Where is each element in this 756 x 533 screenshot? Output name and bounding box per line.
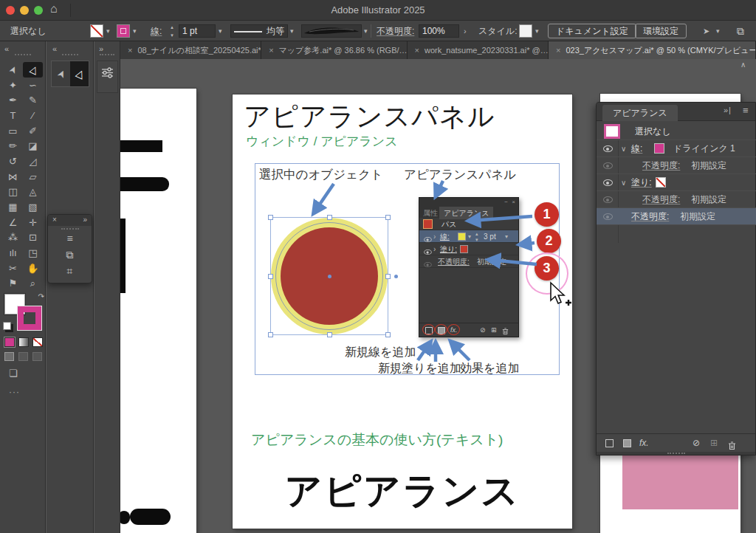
column-graph-tool[interactable]: ılı	[3, 245, 23, 261]
close-tab-icon[interactable]: ×	[415, 46, 419, 55]
collapse-dock-icon[interactable]: «	[4, 44, 9, 53]
artboard-left[interactable]	[120, 89, 196, 533]
selection-handle[interactable]	[385, 274, 391, 279]
mesh-tool[interactable]: ▦	[3, 199, 23, 215]
stroke-proxy[interactable]	[18, 306, 41, 330]
selection-handle[interactable]	[268, 274, 273, 279]
selection-handle[interactable]	[327, 332, 332, 337]
stroke-label[interactable]: 線:	[631, 140, 642, 157]
add-effect-fx-icon[interactable]: fx.	[639, 434, 649, 453]
slice-tool[interactable]: ✂	[3, 261, 23, 276]
document-tab[interactable]: ×work_natsume_20230331.ai* @…	[408, 41, 549, 59]
opacity-label[interactable]: 不透明度:	[642, 157, 680, 174]
expand-chevron-icon[interactable]: ∨	[621, 174, 626, 191]
close-tab-icon[interactable]: ×	[128, 46, 132, 55]
drag-handle[interactable]	[15, 54, 31, 55]
line-segment-tool[interactable]: ∕	[23, 108, 43, 123]
eyedropper-tool[interactable]: ✛	[23, 215, 43, 230]
type-tool[interactable]: T	[3, 108, 23, 123]
row-object-opacity[interactable]: 不透明度: 初期設定	[597, 208, 756, 225]
close-tab-icon[interactable]: ×	[269, 46, 273, 55]
row-stroke[interactable]: ∨ 線: ドライインク 1	[597, 140, 756, 157]
hand-tool[interactable]: ✋	[23, 261, 43, 276]
shape-builder-tool[interactable]: ◫	[3, 185, 23, 200]
swap-fill-stroke-icon[interactable]: ↷	[38, 292, 44, 300]
document-tab[interactable]: ×08_ナイルの相談室_20250425.ai*	[120, 41, 261, 59]
sliders-panel-icon[interactable]	[97, 61, 118, 93]
artboard-tool[interactable]: ◳	[23, 245, 43, 261]
duplicate-item-icon[interactable]: ⊞	[710, 434, 718, 453]
close-panel-icon[interactable]: ×	[52, 216, 57, 224]
gradient-tool[interactable]: ▧	[23, 199, 43, 215]
fill-label[interactable]: 塗り:	[631, 174, 652, 191]
panel-menu-icon[interactable]: ≡	[743, 105, 749, 116]
fill-color-swatch[interactable]	[656, 177, 666, 188]
pathfinder-panel-icon[interactable]: ⧉	[66, 249, 74, 261]
default-fill-stroke-icon[interactable]	[3, 322, 11, 330]
stroke-swatch[interactable]	[117, 24, 130, 38]
visibility-eye-icon[interactable]	[603, 145, 613, 152]
eraser-tool[interactable]: ◪	[23, 138, 43, 154]
zoom-tool[interactable]: ⌕	[23, 276, 43, 292]
fill-swatch[interactable]	[90, 24, 103, 38]
style-swatch[interactable]	[519, 24, 532, 38]
selection-handle[interactable]	[268, 332, 273, 337]
rectangle-tool[interactable]: ▭	[3, 123, 23, 139]
stroke-label[interactable]: 線:	[151, 21, 162, 41]
scale-tool[interactable]: ◿	[23, 154, 43, 169]
clear-appearance-icon[interactable]: ⊘	[693, 434, 700, 453]
appearance-tab[interactable]: アピアランス	[602, 105, 678, 121]
rotate-tool[interactable]: ↺	[3, 154, 23, 169]
print-tiling-tool[interactable]: ⚑	[3, 276, 23, 292]
document-tab-active[interactable]: ×023_アクセスマップ.ai* @ 50 % (CMYK/プレビュー)	[549, 41, 756, 59]
row-no-selection[interactable]: 選択なし	[597, 123, 756, 140]
selection-handle[interactable]	[268, 215, 273, 220]
stroke-profile-field[interactable]: 均等	[230, 24, 288, 38]
new-fill-icon[interactable]	[623, 439, 631, 447]
transform-panel-icon[interactable]: ⌗	[67, 265, 73, 277]
fill-chevron-icon[interactable]: ▾	[106, 21, 110, 41]
selection-tool[interactable]: ➤	[52, 61, 70, 86]
stroke-chevron-icon[interactable]: ▾	[133, 21, 137, 41]
drag-handle[interactable]	[62, 54, 78, 55]
document-setup-button[interactable]: ドキュメント設定	[548, 24, 636, 38]
stroke-width-stepper[interactable]: ▴▾	[168, 23, 176, 39]
magic-wand-tool[interactable]: ✦	[3, 78, 23, 93]
drag-handle[interactable]	[100, 54, 114, 55]
gradient-button[interactable]	[18, 337, 29, 347]
stroke-color-swatch[interactable]	[654, 143, 664, 154]
opacity-label[interactable]: 不透明度:	[377, 21, 414, 41]
screen-mode-icon[interactable]: ❏	[9, 368, 18, 379]
align-panel-icon[interactable]: ≡	[66, 233, 72, 244]
tab-scroll-up-icon[interactable]: ∧	[740, 61, 746, 69]
free-transform-tool[interactable]: ▱	[23, 169, 43, 185]
visibility-eye-icon[interactable]	[603, 162, 613, 169]
selection-handle[interactable]	[385, 215, 391, 220]
brush-definition-field[interactable]	[301, 24, 362, 38]
direct-selection-tool[interactable]: ▷	[70, 61, 89, 86]
opacity-expand-icon[interactable]: ›	[464, 21, 467, 41]
asset-export-tool[interactable]: ⊡	[23, 230, 43, 246]
selection-handle[interactable]	[327, 215, 332, 220]
row-fill[interactable]: ∨ 塗り:	[597, 174, 756, 191]
visibility-eye-icon[interactable]	[603, 179, 613, 186]
stroke-brush-name[interactable]: ドライインク 1	[673, 140, 735, 157]
drag-handle[interactable]	[61, 228, 79, 230]
collapse-panel-icon[interactable]: »|	[724, 106, 732, 114]
none-button[interactable]	[32, 337, 43, 347]
color-button[interactable]	[4, 337, 15, 347]
artboard-main[interactable]: アピアランスパネル ウィンドウ / アピアランス 選択中のオブジェクト アピアラ…	[233, 94, 572, 529]
lasso-tool[interactable]: ∽	[23, 78, 43, 93]
brush-chevron-icon[interactable]: ▾	[364, 21, 368, 41]
document-tab[interactable]: ×マップ参考.ai* @ 36.86 % (RGB/…	[261, 41, 407, 59]
visibility-eye-icon[interactable]	[603, 213, 613, 220]
selection-tool[interactable]: ➤	[3, 62, 23, 78]
pen-tool[interactable]: ✒	[3, 92, 23, 108]
selection-prefs-chevron-icon[interactable]: ▾	[716, 21, 720, 41]
draw-behind-button[interactable]	[18, 352, 28, 361]
selection-handle[interactable]	[385, 332, 391, 337]
draw-inside-button[interactable]	[32, 352, 42, 361]
style-chevron-icon[interactable]: ▾	[535, 21, 539, 41]
shaper-tool[interactable]: ✏	[3, 138, 23, 154]
row-stroke-opacity[interactable]: 不透明度: 初期設定	[597, 157, 756, 174]
